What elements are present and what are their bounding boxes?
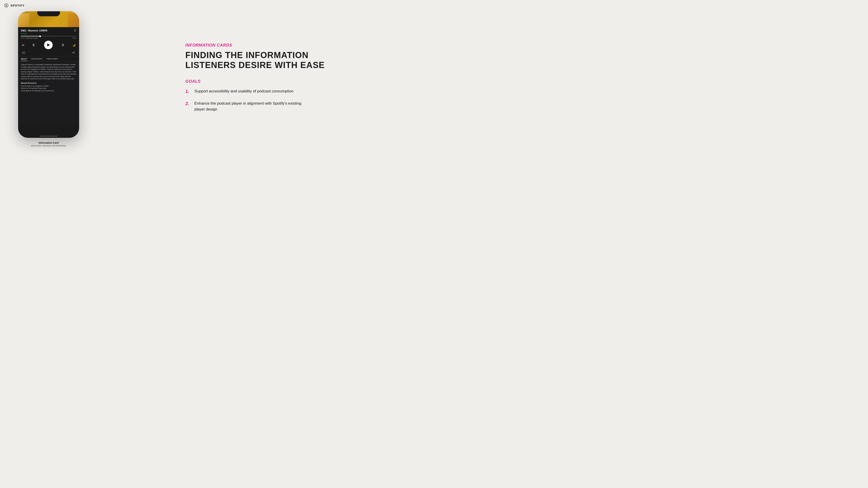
play-button[interactable] — [44, 41, 53, 49]
svg-rect-4 — [22, 52, 25, 54]
svg-text:15: 15 — [33, 44, 35, 46]
sleep-timer-button[interactable]: 🌙 — [72, 43, 75, 46]
progress-dot — [39, 35, 41, 37]
goal-number-2: 2. — [185, 101, 191, 106]
resources-text: Connect with us on Instagram & Twitter! … — [21, 85, 76, 92]
tabs-row: ABOUT TRANSCRIPT TIMESTAMPS — [18, 56, 79, 61]
svg-point-1 — [6, 4, 7, 5]
main-heading-line2: LISTENERS DESIRE WITH EASE — [185, 60, 325, 70]
player-area: S6E1 - Beyoncé: LEMON ☰ Dissect 11:47 • … — [18, 27, 79, 55]
track-info-row: S6E1 - Beyoncé: LEMON ☰ — [21, 29, 76, 32]
time-total: 43:14 — [72, 37, 76, 39]
tab-timestamps[interactable]: TIMESTAMPS — [46, 56, 58, 61]
progress-bar[interactable] — [21, 36, 76, 36]
about-text: Surprise! Season 6 is dedicated to Beyon… — [21, 64, 76, 80]
spotify-icon — [4, 3, 8, 8]
tab-about[interactable]: ABOUT — [21, 56, 27, 61]
goal-item-1: 1. Support accessibility and usability o… — [185, 88, 325, 94]
rewind-button[interactable]: 15 — [32, 43, 36, 47]
phone-notch — [37, 11, 60, 16]
tab-transcript[interactable]: TRANSCRIPT — [31, 56, 43, 61]
menu-icon[interactable]: ☰ — [74, 29, 76, 32]
time-row: 11:47 • Opening Visuals 43:14 — [21, 37, 76, 39]
phone-mockup-section: S6E1 - Beyoncé: LEMON ☰ Dissect 11:47 • … — [18, 11, 79, 147]
section-label: INFORMATION CARDS — [185, 43, 325, 48]
phone-device: S6E1 - Beyoncé: LEMON ☰ Dissect 11:47 • … — [18, 11, 79, 138]
forward-button[interactable]: 15 — [60, 43, 64, 47]
goal-number-1: 1. — [185, 88, 191, 94]
svg-point-5 — [74, 52, 74, 53]
phone-caption: Information Card show notes, transcript,… — [31, 141, 66, 147]
time-elapsed: 11:47 • Opening Visuals — [21, 37, 38, 39]
svg-text:15: 15 — [62, 44, 63, 46]
header: SPOTIFY — [4, 3, 25, 8]
action-row — [21, 51, 76, 55]
svg-point-6 — [74, 53, 74, 54]
right-section: INFORMATION CARDS FINDING THE INFORMATIO… — [185, 43, 325, 119]
controls-row: 1x 15 15 — [21, 41, 76, 49]
caption-subtitle: show notes, transcript, and timestamps — [31, 144, 66, 147]
episode-resources-title: Episode Resources — [21, 82, 76, 84]
album-left-art — [18, 13, 29, 27]
phone-screen: S6E1 - Beyoncé: LEMON ☰ Dissect 11:47 • … — [18, 11, 79, 138]
progress-fill — [21, 36, 40, 36]
spotify-wordmark: SPOTIFY — [10, 4, 25, 7]
track-title: S6E1 - Beyoncé: LEMON — [21, 29, 47, 32]
home-indicator — [39, 136, 58, 136]
main-heading: FINDING THE INFORMATION LISTENERS DESIRE… — [185, 51, 325, 70]
podcast-name: Dissect — [21, 33, 76, 35]
caption-title: Information Card — [31, 141, 66, 144]
cast-button[interactable] — [22, 51, 25, 55]
main-heading-line1: FINDING THE INFORMATION — [185, 51, 309, 60]
about-content: Surprise! Season 6 is dedicated to Beyon… — [18, 61, 79, 125]
album-right-art — [68, 13, 79, 27]
speed-button[interactable]: 1x — [22, 43, 24, 46]
goals-list: 1. Support accessibility and usability o… — [185, 88, 325, 112]
tabs-area: ABOUT TRANSCRIPT TIMESTAMPS — [18, 56, 79, 61]
goal-text-2: Enhance the podcast player in alignment … — [194, 101, 307, 112]
goal-item-2: 2. Enhance the podcast player in alignme… — [185, 101, 325, 112]
goals-label: GOALS — [185, 79, 325, 84]
play-icon — [47, 43, 50, 46]
share-button[interactable] — [72, 51, 75, 55]
goal-text-1: Support accessibility and usability of p… — [194, 88, 293, 94]
